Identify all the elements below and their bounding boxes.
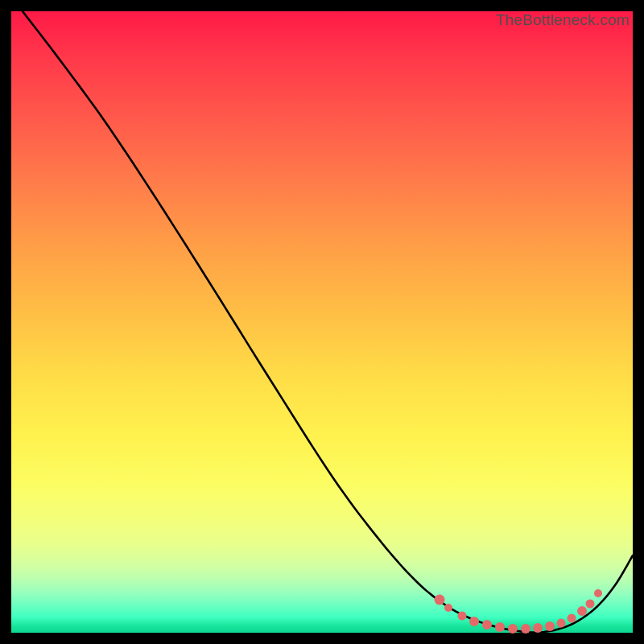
- curve-marker: [435, 595, 445, 605]
- curve-marker: [594, 589, 602, 597]
- curve-marker: [568, 614, 576, 623]
- chart-plot-area: TheBottleneck.com: [11, 11, 633, 633]
- curve-marker: [469, 617, 479, 626]
- bottleneck-curve: [23, 11, 633, 633]
- curve-marker: [458, 612, 467, 621]
- curve-marker: [521, 624, 530, 634]
- curve-marker: [545, 621, 555, 631]
- curve-marker: [557, 619, 566, 628]
- curve-markers: [435, 589, 603, 634]
- curve-marker: [577, 606, 587, 616]
- curve-marker: [482, 620, 492, 630]
- curve-marker: [586, 600, 595, 609]
- curve-marker: [495, 622, 505, 632]
- curve-marker: [444, 604, 452, 612]
- chart-svg: [11, 11, 633, 633]
- curve-marker: [508, 624, 518, 634]
- curve-marker: [533, 623, 543, 633]
